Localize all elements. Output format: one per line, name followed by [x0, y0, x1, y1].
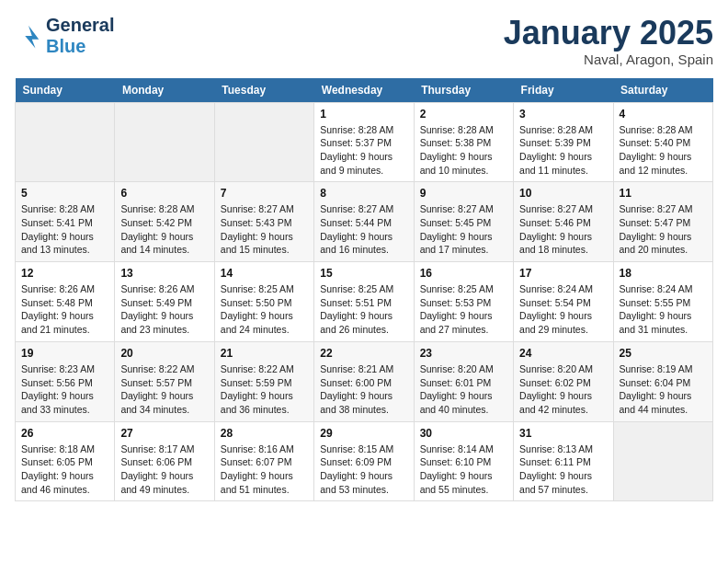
calendar-cell: 18Sunrise: 8:24 AMSunset: 5:55 PMDayligh…	[613, 262, 712, 342]
day-number: 23	[420, 347, 507, 360]
day-number: 6	[120, 187, 208, 200]
calendar-cell: 26Sunrise: 8:18 AMSunset: 6:05 PMDayligh…	[16, 421, 115, 501]
calendar-cell: 3Sunrise: 8:28 AMSunset: 5:39 PMDaylight…	[514, 102, 613, 182]
day-number: 7	[221, 187, 308, 200]
day-number: 13	[120, 267, 208, 280]
day-number: 11	[620, 187, 707, 200]
day-info: Sunrise: 8:28 AMSunset: 5:40 PMDaylight:…	[620, 123, 707, 178]
calendar-cell	[115, 102, 214, 182]
month-title: January 2025	[504, 15, 713, 52]
calendar-cell: 29Sunrise: 8:15 AMSunset: 6:09 PMDayligh…	[314, 421, 414, 501]
day-info: Sunrise: 8:27 AMSunset: 5:44 PMDaylight:…	[320, 202, 407, 257]
day-number: 16	[420, 267, 507, 280]
day-number: 12	[21, 267, 108, 280]
calendar-cell: 2Sunrise: 8:28 AMSunset: 5:38 PMDaylight…	[414, 102, 513, 182]
calendar-table: SundayMondayTuesdayWednesdayThursdayFrid…	[15, 78, 713, 502]
calendar-cell: 16Sunrise: 8:25 AMSunset: 5:53 PMDayligh…	[414, 262, 513, 342]
day-header: Wednesday	[314, 78, 414, 103]
calendar-cell	[214, 102, 313, 182]
day-info: Sunrise: 8:21 AMSunset: 6:00 PMDaylight:…	[320, 362, 407, 417]
day-number: 20	[120, 347, 208, 360]
calendar-week-row: 1Sunrise: 8:28 AMSunset: 5:37 PMDaylight…	[16, 102, 713, 182]
day-info: Sunrise: 8:28 AMSunset: 5:38 PMDaylight:…	[420, 123, 507, 178]
day-info: Sunrise: 8:20 AMSunset: 6:01 PMDaylight:…	[420, 362, 507, 417]
calendar-cell: 11Sunrise: 8:27 AMSunset: 5:47 PMDayligh…	[613, 182, 712, 262]
calendar-cell: 8Sunrise: 8:27 AMSunset: 5:44 PMDaylight…	[314, 182, 414, 262]
calendar-cell: 17Sunrise: 8:24 AMSunset: 5:54 PMDayligh…	[514, 262, 613, 342]
day-info: Sunrise: 8:28 AMSunset: 5:41 PMDaylight:…	[21, 202, 108, 257]
day-number: 25	[620, 347, 707, 360]
day-number: 5	[21, 187, 108, 200]
calendar-cell: 10Sunrise: 8:27 AMSunset: 5:46 PMDayligh…	[514, 182, 613, 262]
calendar-cell: 21Sunrise: 8:22 AMSunset: 5:59 PMDayligh…	[214, 341, 313, 421]
logo-line2: Blue	[46, 36, 114, 57]
day-info: Sunrise: 8:22 AMSunset: 5:59 PMDaylight:…	[221, 362, 308, 417]
day-info: Sunrise: 8:28 AMSunset: 5:37 PMDaylight:…	[320, 123, 407, 178]
day-number: 4	[620, 108, 707, 121]
day-info: Sunrise: 8:17 AMSunset: 6:06 PMDaylight:…	[120, 442, 208, 497]
calendar-cell: 20Sunrise: 8:22 AMSunset: 5:57 PMDayligh…	[115, 341, 214, 421]
day-info: Sunrise: 8:27 AMSunset: 5:43 PMDaylight:…	[221, 202, 308, 257]
day-number: 19	[21, 347, 108, 360]
day-number: 17	[519, 267, 607, 280]
day-info: Sunrise: 8:13 AMSunset: 6:11 PMDaylight:…	[519, 442, 607, 497]
day-header: Thursday	[414, 78, 513, 103]
day-number: 1	[320, 108, 407, 121]
calendar-week-row: 12Sunrise: 8:26 AMSunset: 5:48 PMDayligh…	[16, 262, 713, 342]
calendar-cell: 9Sunrise: 8:27 AMSunset: 5:45 PMDaylight…	[414, 182, 513, 262]
day-number: 22	[320, 347, 407, 360]
day-number: 15	[320, 267, 407, 280]
day-number: 18	[620, 267, 707, 280]
day-number: 14	[221, 267, 308, 280]
day-info: Sunrise: 8:27 AMSunset: 5:47 PMDaylight:…	[620, 202, 707, 257]
day-number: 9	[420, 187, 507, 200]
day-info: Sunrise: 8:25 AMSunset: 5:53 PMDaylight:…	[420, 282, 507, 337]
calendar-week-row: 26Sunrise: 8:18 AMSunset: 6:05 PMDayligh…	[16, 421, 713, 501]
page-header: General Blue January 2025 Naval, Aragon,…	[15, 15, 713, 67]
day-number: 26	[21, 427, 108, 440]
calendar-cell: 5Sunrise: 8:28 AMSunset: 5:41 PMDaylight…	[16, 182, 115, 262]
day-info: Sunrise: 8:25 AMSunset: 5:51 PMDaylight:…	[320, 282, 407, 337]
day-info: Sunrise: 8:20 AMSunset: 6:02 PMDaylight:…	[519, 362, 607, 417]
calendar-cell: 7Sunrise: 8:27 AMSunset: 5:43 PMDaylight…	[214, 182, 313, 262]
day-info: Sunrise: 8:18 AMSunset: 6:05 PMDaylight:…	[21, 442, 108, 497]
calendar-cell: 6Sunrise: 8:28 AMSunset: 5:42 PMDaylight…	[115, 182, 214, 262]
logo-line1: General	[46, 15, 114, 36]
day-info: Sunrise: 8:15 AMSunset: 6:09 PMDaylight:…	[320, 442, 407, 497]
calendar-cell: 1Sunrise: 8:28 AMSunset: 5:37 PMDaylight…	[314, 102, 414, 182]
calendar-week-row: 5Sunrise: 8:28 AMSunset: 5:41 PMDaylight…	[16, 182, 713, 262]
day-info: Sunrise: 8:19 AMSunset: 6:04 PMDaylight:…	[620, 362, 707, 417]
day-info: Sunrise: 8:16 AMSunset: 6:07 PMDaylight:…	[221, 442, 308, 497]
calendar-cell: 24Sunrise: 8:20 AMSunset: 6:02 PMDayligh…	[514, 341, 613, 421]
day-number: 3	[519, 108, 607, 121]
calendar-cell: 15Sunrise: 8:25 AMSunset: 5:51 PMDayligh…	[314, 262, 414, 342]
day-info: Sunrise: 8:24 AMSunset: 5:55 PMDaylight:…	[620, 282, 707, 337]
day-number: 28	[221, 427, 308, 440]
day-info: Sunrise: 8:27 AMSunset: 5:45 PMDaylight:…	[420, 202, 507, 257]
calendar-cell: 27Sunrise: 8:17 AMSunset: 6:06 PMDayligh…	[115, 421, 214, 501]
calendar-cell: 13Sunrise: 8:26 AMSunset: 5:49 PMDayligh…	[115, 262, 214, 342]
day-number: 29	[320, 427, 407, 440]
day-number: 21	[221, 347, 308, 360]
day-info: Sunrise: 8:27 AMSunset: 5:46 PMDaylight:…	[519, 202, 607, 257]
calendar-cell: 30Sunrise: 8:14 AMSunset: 6:10 PMDayligh…	[414, 421, 513, 501]
calendar-cell: 23Sunrise: 8:20 AMSunset: 6:01 PMDayligh…	[414, 341, 513, 421]
day-info: Sunrise: 8:22 AMSunset: 5:57 PMDaylight:…	[120, 362, 208, 417]
calendar-cell: 19Sunrise: 8:23 AMSunset: 5:56 PMDayligh…	[16, 341, 115, 421]
day-info: Sunrise: 8:28 AMSunset: 5:39 PMDaylight:…	[519, 123, 607, 178]
day-number: 27	[120, 427, 208, 440]
day-info: Sunrise: 8:26 AMSunset: 5:48 PMDaylight:…	[21, 282, 108, 337]
calendar-cell: 4Sunrise: 8:28 AMSunset: 5:40 PMDaylight…	[613, 102, 712, 182]
day-number: 10	[519, 187, 607, 200]
day-info: Sunrise: 8:24 AMSunset: 5:54 PMDaylight:…	[519, 282, 607, 337]
day-info: Sunrise: 8:25 AMSunset: 5:50 PMDaylight:…	[221, 282, 308, 337]
calendar-cell: 12Sunrise: 8:26 AMSunset: 5:48 PMDayligh…	[16, 262, 115, 342]
calendar-cell	[613, 421, 712, 501]
days-header-row: SundayMondayTuesdayWednesdayThursdayFrid…	[16, 78, 713, 103]
day-number: 24	[519, 347, 607, 360]
day-number: 2	[420, 108, 507, 121]
calendar-cell	[16, 102, 115, 182]
day-number: 30	[420, 427, 507, 440]
logo-icon	[15, 22, 42, 50]
day-info: Sunrise: 8:14 AMSunset: 6:10 PMDaylight:…	[420, 442, 507, 497]
